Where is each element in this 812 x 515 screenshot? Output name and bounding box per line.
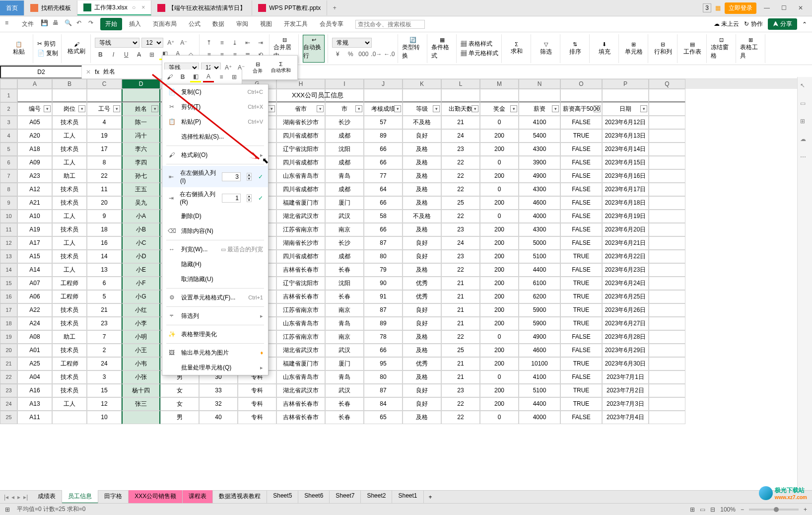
menu-dev[interactable]: 开发工具 [279, 18, 313, 30]
row-header[interactable]: 2 [0, 102, 17, 116]
cell[interactable]: 2023年6月17日 [602, 183, 649, 196]
mini-color-icon[interactable]: A [203, 72, 214, 82]
cell[interactable]: 工程师 [52, 357, 87, 370]
cell[interactable]: 66 [364, 196, 403, 210]
cell[interactable]: 87 [364, 236, 403, 250]
cell[interactable]: 57 [364, 116, 403, 129]
cell[interactable]: 及格 [403, 183, 441, 196]
cell[interactable]: A25 [17, 357, 52, 370]
filter-dropdown-icon[interactable]: ▾ [78, 105, 85, 112]
font-size-select[interactable]: 12 [141, 38, 163, 48]
cell[interactable] [480, 89, 519, 102]
cell[interactable]: 福建省厦门市 [276, 357, 325, 370]
cell[interactable]: TRUE [560, 317, 602, 330]
cell[interactable]: A15 [17, 250, 52, 263]
worksheet-button[interactable]: ▤工作表 [681, 35, 703, 63]
col-header-J[interactable]: J [364, 79, 403, 89]
cell[interactable]: 200 [480, 236, 519, 250]
cell[interactable]: 80 [364, 250, 403, 263]
mini-fill-icon[interactable]: ◧ [190, 72, 201, 82]
save-icon[interactable]: 💾 [41, 19, 51, 29]
cell[interactable]: 江苏省南京市 [276, 303, 325, 317]
spinner[interactable]: ▴▾ [247, 194, 252, 202]
cell[interactable]: 200 [480, 143, 519, 156]
cell[interactable]: 200 [480, 223, 519, 236]
row-header[interactable]: 22 [0, 370, 17, 384]
cell[interactable] [649, 223, 685, 236]
cell[interactable]: 山东省青岛市 [276, 317, 325, 330]
cell[interactable]: 湖北省武汉市 [276, 210, 325, 223]
tab-docer[interactable]: 找稻壳模板 [24, 0, 77, 15]
cell[interactable]: 4 [87, 116, 122, 129]
cell[interactable]: 技术员 [52, 116, 87, 129]
cell[interactable]: 编号▾ [17, 102, 52, 116]
view-page-icon[interactable]: ▭ [700, 506, 705, 513]
cell[interactable]: 5000 [519, 236, 560, 250]
cm-paste[interactable]: 📋粘贴(P)Ctrl+V [162, 114, 268, 129]
cell[interactable]: 2023年6月14日 [602, 143, 649, 156]
sort-button[interactable]: ⇅排序 [564, 35, 586, 63]
property-icon[interactable]: ⊞ [800, 118, 810, 128]
backup-icon[interactable]: ☁ [800, 136, 810, 146]
cell[interactable]: 0 [480, 116, 519, 129]
cell[interactable]: 4600 [519, 196, 560, 210]
cell[interactable]: 19 [87, 129, 122, 143]
cell[interactable]: A08 [17, 330, 52, 344]
cell[interactable]: A23 [17, 169, 52, 183]
cell[interactable]: 13 [87, 263, 122, 277]
cm-delete[interactable]: 删除(D) [162, 209, 268, 223]
menu-layout[interactable]: 页面布局 [148, 18, 182, 30]
cell[interactable]: 22 [441, 397, 480, 411]
cell[interactable]: 青岛 [325, 169, 364, 183]
cell[interactable]: 2023年7月1日 [602, 370, 649, 384]
check-icon[interactable]: ✓ [258, 195, 263, 202]
tab-ppt1[interactable]: 【端午狂欢祝福浓情满节日】 [151, 0, 252, 15]
cell[interactable]: 四川省成都市 [276, 250, 325, 263]
menu-view[interactable]: 视图 [255, 18, 277, 30]
cell[interactable]: 女 [160, 397, 199, 411]
cell[interactable]: 杨十四 [122, 384, 160, 397]
cell[interactable]: 优秀 [403, 357, 441, 370]
border-icon[interactable]: ⊞ [146, 49, 157, 60]
cell[interactable]: 2 [87, 344, 122, 357]
cell[interactable]: 李四 [122, 156, 160, 169]
cell[interactable]: 工号▾ [87, 102, 122, 116]
cell[interactable] [649, 330, 685, 344]
cell[interactable]: 湖北省武汉市 [276, 344, 325, 357]
sheet-nav[interactable]: |◂◂▸▸| [0, 494, 32, 501]
share-button[interactable]: ⮝ 分享 [768, 18, 797, 30]
cell[interactable]: 王五 [122, 183, 160, 196]
cell[interactable]: 4100 [519, 116, 560, 129]
cell[interactable]: 技术员 [52, 183, 87, 196]
cell[interactable]: A19 [17, 223, 52, 236]
cell[interactable]: 2023年7月2日 [602, 384, 649, 397]
more-icon[interactable]: ⋯ [800, 153, 810, 163]
cell[interactable]: 工人 [52, 156, 87, 169]
cell[interactable]: FALSE [560, 411, 602, 424]
sheet-tab[interactable]: Sheet1 [392, 490, 423, 504]
filter-dropdown-icon[interactable]: ▾ [151, 105, 158, 112]
cell[interactable]: 小红 [122, 303, 160, 317]
cell[interactable]: 200 [480, 303, 519, 317]
cell[interactable]: 23 [441, 143, 480, 156]
cell[interactable]: 22 [87, 169, 122, 183]
cell[interactable]: 23 [87, 317, 122, 330]
cell[interactable]: 山东省青岛市 [276, 370, 325, 384]
cell[interactable]: 87 [364, 303, 403, 317]
row-header[interactable]: 3 [0, 116, 17, 129]
col-header-P[interactable]: P [602, 79, 649, 89]
cm-unhide[interactable]: 取消隐藏(U) [162, 272, 268, 287]
cell[interactable]: 日期▾ [602, 102, 649, 116]
cell[interactable]: FALSE [560, 116, 602, 129]
row-header[interactable]: 13 [0, 250, 17, 263]
cell[interactable]: 2023年6月12日 [602, 116, 649, 129]
filter-dropdown-icon[interactable]: ▾ [317, 105, 324, 112]
cell[interactable]: TRUE [560, 290, 602, 303]
cell[interactable]: 25 [441, 344, 480, 357]
cell[interactable]: 良好 [403, 397, 441, 411]
apps-icon[interactable]: ▦ [715, 4, 721, 11]
row-header[interactable]: 25 [0, 411, 17, 424]
dec-dec-icon[interactable]: ←.0 [384, 49, 395, 60]
cell[interactable]: 40 [199, 411, 238, 424]
cm-beautify[interactable]: ✨表格整理美化 [162, 327, 268, 342]
